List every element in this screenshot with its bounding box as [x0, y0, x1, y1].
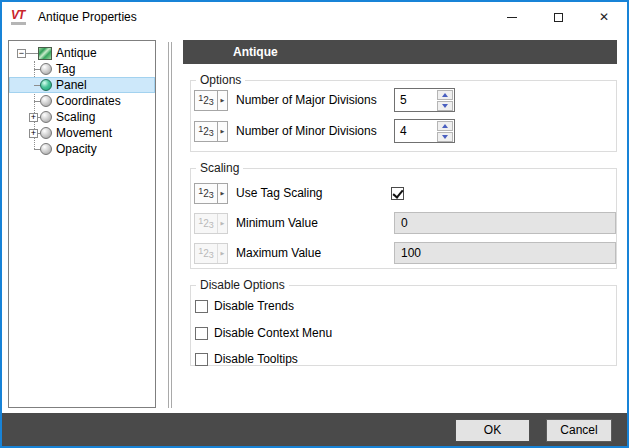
- minor-divisions-spinner[interactable]: 4: [394, 119, 455, 143]
- tree-node-scaling[interactable]: + Scaling: [9, 109, 155, 125]
- options-groupbox: Options 123 ▶ Number of Major Divisions …: [190, 80, 617, 152]
- disable-trends-row: Disable Trends: [195, 298, 294, 314]
- close-icon: ✕: [599, 11, 609, 23]
- disable-tooltips-label: Disable Tooltips: [214, 352, 298, 366]
- binding-arrow-icon[interactable]: ▶: [217, 184, 227, 203]
- tree-stub: [26, 53, 38, 54]
- sphere-icon: [40, 111, 52, 123]
- tree-node-tag[interactable]: Tag: [9, 61, 155, 77]
- maximum-value-input: 100: [394, 242, 616, 264]
- disable-context-menu-label: Disable Context Menu: [214, 326, 332, 340]
- minor-divisions-label: Number of Minor Divisions: [236, 124, 377, 138]
- tree-node-label: Movement: [56, 126, 112, 140]
- sphere-icon: [40, 143, 52, 155]
- tree-node-movement[interactable]: + Movement: [9, 125, 155, 141]
- groupbox-legend: Scaling: [196, 161, 243, 175]
- numeric-123-icon: 123: [195, 122, 217, 141]
- disable-tooltips-row: Disable Tooltips: [195, 351, 298, 367]
- window-controls: ✕: [489, 2, 627, 32]
- minor-divisions-row: 123 ▶ Number of Minor Divisions 4: [194, 119, 377, 143]
- collapse-expander-icon[interactable]: −: [17, 49, 26, 58]
- binding-arrow-icon[interactable]: ▶: [217, 122, 227, 141]
- numeric-binding-button-disabled: 123 ▶: [194, 243, 228, 264]
- dialog-footer: OK Cancel: [2, 413, 627, 446]
- tree-node-panel[interactable]: Panel: [9, 77, 155, 93]
- spin-up-button[interactable]: [437, 90, 453, 100]
- tree-panel-splitter[interactable]: [168, 42, 172, 408]
- groupbox-legend: Disable Options: [196, 278, 289, 292]
- up-arrow-icon: [442, 124, 448, 128]
- groupbox-legend: Options: [196, 73, 245, 87]
- tree-node-label: Opacity: [56, 142, 97, 156]
- numeric-binding-button-disabled: 123 ▶: [194, 213, 228, 234]
- disable-trends-label: Disable Trends: [214, 299, 294, 313]
- expand-expander-icon[interactable]: +: [29, 129, 38, 138]
- disable-options-groupbox: Disable Options Disable Trends Disable C…: [190, 285, 617, 366]
- binding-arrow-icon: ▶: [217, 244, 227, 263]
- major-divisions-row: 123 ▶ Number of Major Divisions 5: [194, 88, 377, 112]
- spinner-value[interactable]: 4: [395, 120, 437, 142]
- binding-arrow-icon: ▶: [217, 214, 227, 233]
- numeric-binding-button[interactable]: 123 ▶: [194, 121, 228, 142]
- disable-context-menu-checkbox[interactable]: [195, 327, 208, 340]
- close-button[interactable]: ✕: [581, 2, 627, 32]
- minimum-value-label: Minimum Value: [236, 216, 318, 230]
- expand-expander-icon[interactable]: +: [29, 113, 38, 122]
- down-arrow-icon: [442, 135, 448, 139]
- tree-node-label: Antique: [56, 46, 97, 60]
- tree-node-coordinates[interactable]: Coordinates: [9, 93, 155, 109]
- spinner-buttons: [437, 89, 454, 111]
- spinner-buttons: [437, 120, 454, 142]
- minimum-value-row: 123 ▶ Minimum Value 0: [194, 211, 318, 235]
- numeric-123-icon: 123: [195, 214, 217, 233]
- numeric-binding-button[interactable]: 123 ▶: [194, 90, 228, 111]
- cancel-button[interactable]: Cancel: [546, 419, 612, 442]
- panel-header: Antique: [183, 40, 617, 64]
- maximum-value-label: Maximum Value: [236, 246, 321, 260]
- sphere-icon-green: [40, 79, 52, 91]
- spin-down-button[interactable]: [437, 132, 453, 142]
- tree-node-label: Coordinates: [56, 94, 121, 108]
- maximize-icon: [554, 13, 563, 22]
- major-divisions-label: Number of Major Divisions: [236, 93, 377, 107]
- disable-tooltips-checkbox[interactable]: [195, 353, 208, 366]
- property-tree-panel: − Antique Tag Panel Coordinates: [8, 40, 156, 408]
- antique-properties-dialog: VT Antique Properties ✕ − Antique Tag: [0, 0, 629, 448]
- logo-underline: [11, 22, 26, 25]
- disable-context-menu-row: Disable Context Menu: [195, 325, 332, 341]
- numeric-123-icon: 123: [195, 244, 217, 263]
- tree-node-label: Scaling: [56, 110, 95, 124]
- antique-object-icon: [38, 47, 52, 60]
- sphere-icon: [40, 95, 52, 107]
- ok-button[interactable]: OK: [455, 419, 530, 442]
- tree-node-label: Tag: [56, 62, 75, 76]
- tree-node-label: Panel: [56, 78, 87, 92]
- maximize-button[interactable]: [535, 2, 581, 32]
- up-arrow-icon: [442, 93, 448, 97]
- use-tag-scaling-label: Use Tag Scaling: [236, 186, 323, 200]
- use-tag-scaling-row: 123 ▶ Use Tag Scaling: [194, 181, 323, 205]
- numeric-123-icon: 123: [195, 91, 217, 110]
- spinner-value[interactable]: 5: [395, 89, 437, 111]
- use-tag-scaling-checkbox[interactable]: [391, 187, 404, 200]
- property-tree: − Antique Tag Panel Coordinates: [9, 41, 155, 157]
- sphere-icon: [40, 63, 52, 75]
- app-logo-icon: VT: [11, 10, 29, 25]
- titlebar: VT Antique Properties ✕: [2, 2, 627, 32]
- sphere-icon: [40, 127, 52, 139]
- window-title: Antique Properties: [38, 10, 137, 24]
- numeric-123-icon: 123: [195, 184, 217, 203]
- major-divisions-spinner[interactable]: 5: [394, 88, 455, 112]
- minimum-value-input: 0: [394, 212, 616, 234]
- spin-up-button[interactable]: [437, 121, 453, 131]
- tree-node-opacity[interactable]: Opacity: [9, 141, 155, 157]
- scaling-groupbox: Scaling 123 ▶ Use Tag Scaling 123 ▶ Mini…: [190, 168, 617, 269]
- minimize-button[interactable]: [489, 2, 535, 32]
- tree-node-antique[interactable]: − Antique: [9, 45, 155, 61]
- logo-text: VT: [11, 10, 24, 21]
- numeric-binding-button[interactable]: 123 ▶: [194, 183, 228, 204]
- minimize-icon: [507, 17, 517, 18]
- disable-trends-checkbox[interactable]: [195, 300, 208, 313]
- binding-arrow-icon[interactable]: ▶: [217, 91, 227, 110]
- spin-down-button[interactable]: [437, 101, 453, 111]
